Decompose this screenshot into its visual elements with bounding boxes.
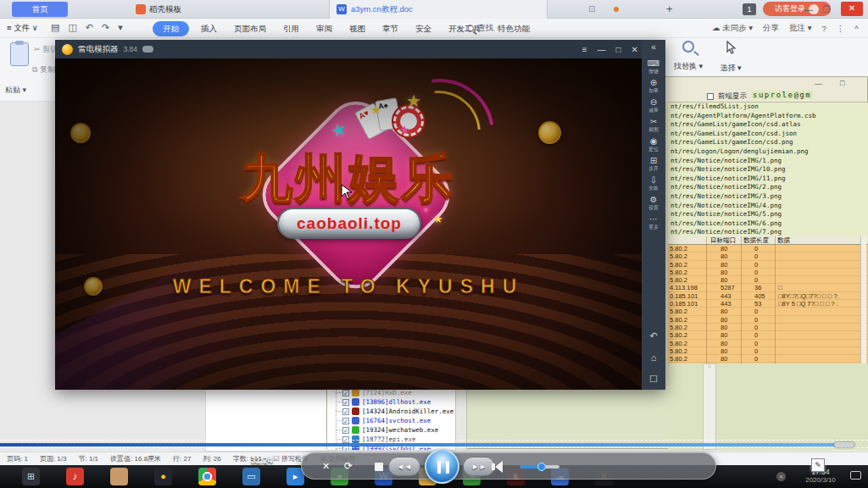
lower-scrollbar[interactable]: ^ bbox=[703, 363, 716, 450]
emulator-titlebar[interactable]: 雷电模拟器 3.84 bbox=[55, 40, 665, 58]
resource-path[interactable]: nt/res/GameList/gameIcon/csd.atlas bbox=[668, 120, 868, 130]
share-button[interactable]: 分享 bbox=[763, 23, 779, 34]
restore-button[interactable]: ❐ bbox=[822, 3, 831, 15]
tab-preview-icon[interactable]: ⊡ bbox=[588, 4, 595, 14]
forward-button[interactable]: ►► bbox=[463, 457, 495, 476]
pause-button[interactable] bbox=[425, 449, 459, 484]
tab-document[interactable]: W a3ym.cn教程.doc bbox=[329, 0, 548, 19]
packet-table[interactable]: 目标端口 数据长度 数据 5.80.2 80 0 5.80.2 80 0 5.8… bbox=[668, 236, 868, 363]
resource-path[interactable]: nt/res/Notice/noticeIMG/5.png bbox=[668, 210, 868, 219]
resource-path[interactable]: nt/res/Notice/noticeIMG/3.png bbox=[668, 192, 868, 202]
resource-path[interactable]: nt/res/AgentPlatform/AgentPlatform.csb bbox=[668, 112, 868, 121]
ribbon-tab[interactable]: 特色功能 bbox=[489, 19, 538, 38]
paste-button[interactable]: 粘贴 ▾ bbox=[5, 85, 26, 96]
guest-login-button[interactable]: 访客登录 bbox=[763, 2, 831, 16]
resource-path[interactable]: nt/res/Notice/noticeIMG/2.png bbox=[668, 183, 868, 192]
file-menu[interactable]: ≡ 文件 ∨ bbox=[7, 23, 38, 34]
resource-path[interactable]: nt/res/Notice/noticeIMG/11.png bbox=[668, 175, 868, 184]
android-recents-button[interactable]: ☐ bbox=[649, 374, 658, 385]
packet-row[interactable]: 5.80.2 80 0 bbox=[668, 347, 868, 355]
col-data-length[interactable]: 数据长度 bbox=[743, 236, 769, 245]
ribbon-tab[interactable]: 开始 bbox=[153, 21, 189, 36]
sidebar-keymap-button[interactable]: ⌨ 按键 bbox=[642, 58, 665, 74]
volume-knob[interactable] bbox=[537, 463, 546, 471]
sidebar-collapse-icon[interactable]: « bbox=[651, 42, 656, 54]
packet-row[interactable]: 5.80.2 80 0 bbox=[668, 276, 868, 284]
video-seekbar[interactable] bbox=[0, 440, 868, 448]
packet-row[interactable]: 5.80.2 80 0 bbox=[668, 252, 868, 260]
table-scrollbar[interactable] bbox=[860, 236, 866, 363]
process-item[interactable]: ✓ [13896]dllhost.exe bbox=[327, 397, 455, 407]
packet-row[interactable]: 5.80.2 80 0 bbox=[668, 308, 868, 315]
col-target-port[interactable]: 目标端口 bbox=[710, 236, 736, 245]
quick-icon[interactable]: ↶ bbox=[86, 22, 93, 33]
taskbar-ldplayer-icon[interactable]: ● bbox=[154, 468, 172, 485]
find-replace-button[interactable]: 找替换 ▾ bbox=[665, 41, 712, 72]
android-back-button[interactable]: ↶ bbox=[649, 330, 658, 341]
sidebar-multi-instance-button[interactable]: ⊞ 多开 bbox=[642, 156, 665, 171]
quick-icon[interactable]: ◫ bbox=[68, 22, 76, 33]
taskbar-netease-music-icon[interactable]: ♪ bbox=[66, 468, 84, 485]
ribbon-tab[interactable]: 章节 bbox=[374, 19, 407, 38]
taskbar-monitor-app-icon[interactable]: ▭ bbox=[242, 468, 260, 485]
close-button[interactable]: ✕ bbox=[841, 2, 863, 16]
resource-path[interactable]: nt/res/GameList/gameIcon/csd.json bbox=[668, 130, 868, 139]
packet-row[interactable]: 5.80.2 80 0 bbox=[668, 355, 868, 363]
sidebar-volume-up-button[interactable]: ⊕ 加量 bbox=[642, 78, 665, 93]
ribbon-tab[interactable]: 视图 bbox=[341, 19, 374, 38]
player-close-icon[interactable]: ✕ bbox=[322, 461, 330, 472]
sidebar-gps-button[interactable]: ◉ 定位 bbox=[642, 136, 665, 152]
notification-icon[interactable] bbox=[850, 471, 861, 480]
resource-path[interactable]: nt/res/filemd5List.json bbox=[668, 103, 868, 112]
minimize-button[interactable]: — bbox=[804, 3, 813, 15]
emu-menu-icon[interactable]: ≡ bbox=[582, 45, 587, 54]
resource-path[interactable]: nt/res/Notice/noticeIMG/7.png bbox=[668, 228, 868, 236]
taskbar-chrome-icon[interactable] bbox=[198, 468, 216, 485]
taskbar-start-icon[interactable]: ⊞ bbox=[22, 468, 40, 485]
packet-row[interactable]: 0.185.101 443 405 □8Y□?□Q□7?□ □ □ ?. bbox=[668, 292, 868, 300]
packet-row[interactable]: 5.80.2 80 0 bbox=[668, 340, 868, 347]
process-checkbox[interactable]: ✓ bbox=[342, 399, 349, 406]
resource-path[interactable]: nt/res/Notice/noticeIMG/4.png bbox=[668, 202, 868, 211]
sidebar-settings-button[interactable]: ⚙ 设置 bbox=[642, 195, 665, 210]
sidebar-screenshot-button[interactable]: ✂ 截图 bbox=[642, 117, 665, 132]
packet-row[interactable]: 4.113.198 5287 36 □ bbox=[668, 284, 868, 291]
emu-minimize-button[interactable]: — bbox=[598, 45, 606, 54]
sidebar-install-apk-button[interactable]: ⇩ 安装 bbox=[642, 175, 665, 191]
packet-row[interactable]: 5.80.2 80 0 bbox=[668, 316, 868, 324]
quick-icon[interactable]: ▾ bbox=[118, 22, 123, 33]
packet-row[interactable]: 5.80.2 80 0 bbox=[668, 331, 868, 339]
resource-path[interactable]: nt/res/Notice/noticeIMG/1.png bbox=[668, 157, 868, 166]
window-count-badge[interactable]: 1 bbox=[743, 3, 756, 15]
process-checkbox[interactable]: ✓ bbox=[342, 427, 349, 434]
copy-button[interactable]: ⧉ 复制 bbox=[32, 64, 55, 75]
new-tab-button[interactable]: + bbox=[666, 3, 673, 15]
process-item[interactable]: ✓ [16764]svchost.exe bbox=[327, 416, 455, 425]
process-item[interactable]: ✓ [19324]wechatweb.exe bbox=[327, 425, 455, 435]
process-checkbox[interactable]: ✓ bbox=[342, 408, 349, 415]
cut-button[interactable]: ✂ 剪切 bbox=[34, 44, 58, 55]
quick-icon[interactable]: ↷ bbox=[102, 22, 109, 33]
frontend-checkbox[interactable] bbox=[707, 92, 714, 101]
emu-close-button[interactable]: ✕ bbox=[632, 45, 638, 54]
sidebar-more-button[interactable]: ⋯ 更多 bbox=[642, 214, 665, 230]
ribbon-search[interactable]: 查找 bbox=[466, 23, 493, 34]
emu-maximize-button[interactable]: □ bbox=[616, 45, 621, 54]
tab-docer[interactable]: 稻壳模板 bbox=[136, 0, 181, 19]
tab-home[interactable]: 首页 bbox=[12, 2, 68, 17]
volume-slider[interactable] bbox=[520, 465, 559, 469]
resource-path[interactable]: nt/res/GameList/gameIcon/csd.png bbox=[668, 138, 868, 147]
android-home-button[interactable]: ⌂ bbox=[649, 352, 658, 363]
ribbon-tab[interactable]: 引用 bbox=[275, 19, 308, 38]
help-icon[interactable]: ? bbox=[821, 24, 826, 33]
ribbon-tab[interactable]: 页面布局 bbox=[225, 19, 275, 38]
game-screen[interactable]: A♥ A♠ ★ ★ ★ ★ ★ ● 九州娱乐 caobaoli.top WELC… bbox=[55, 58, 642, 390]
sidebar-volume-down-button[interactable]: ⊖ 减量 bbox=[642, 97, 665, 113]
capture-minimize-button[interactable]: — bbox=[815, 80, 822, 88]
process-item[interactable]: ✓ [14324]AndroidKiller.exe bbox=[327, 407, 455, 416]
taskbar-profile-app-icon[interactable] bbox=[110, 468, 128, 485]
select-tool-button[interactable]: 选择 ▾ bbox=[714, 41, 748, 74]
process-checkbox[interactable]: ✓ bbox=[342, 390, 349, 396]
process-checkbox[interactable]: ✓ bbox=[342, 418, 349, 424]
packet-row[interactable]: 5.80.2 80 0 bbox=[668, 245, 868, 252]
